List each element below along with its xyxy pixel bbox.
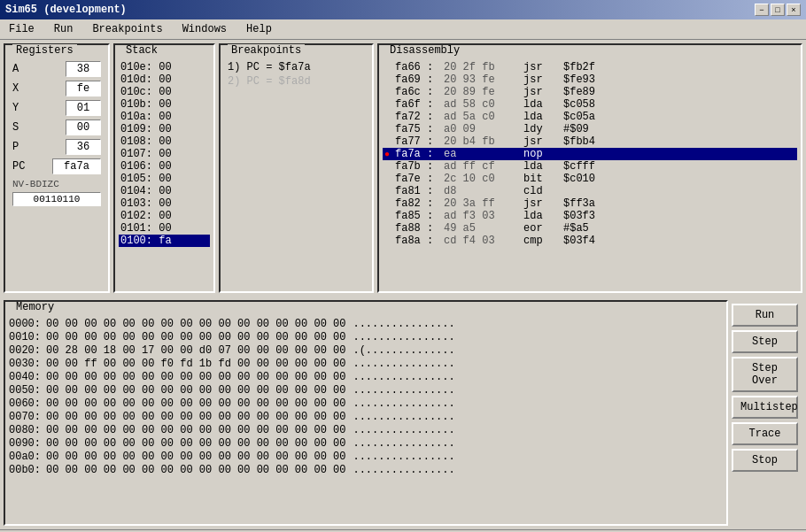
mem-bytes: 00 00 00 00 00 00 00 00 00 00 00 00 00 0… (46, 424, 345, 436)
reg-pc-value: fa7a (52, 158, 101, 174)
registers-panel: Registers A 38 X fe Y 01 S 00 P 36 (4, 43, 110, 293)
stack-label: Stack (122, 44, 161, 57)
disasm-addr: fa6f : (395, 98, 444, 111)
disasm-mnemonic: cmp (523, 235, 563, 247)
disasm-addr: fa69 : (395, 73, 444, 86)
disasm-mnemonic: jsr (523, 61, 563, 73)
maximize-button[interactable]: □ (771, 4, 785, 16)
bottom-area: Memory 0000:00 00 00 00 00 00 00 00 00 0… (0, 297, 806, 529)
breakpoints-label: Breakpoints (228, 44, 305, 57)
buttons-panel: Run Step Step Over Multistep Trace Stop (732, 300, 802, 526)
stack-row: 010c: 00 (119, 86, 210, 98)
memory-content[interactable]: 0000:00 00 00 00 00 00 00 00 00 00 00 00… (9, 318, 723, 520)
disasm-mnemonic: lda (523, 111, 563, 123)
memory-row: 0040:00 00 00 00 00 00 00 00 00 00 00 00… (9, 371, 723, 383)
disasm-bytes: 20 89 fe (444, 86, 523, 98)
disasm-row: fa81 :d8cld (383, 185, 797, 197)
step-over-button[interactable]: Step Over (732, 357, 798, 392)
registers-label: Registers (12, 44, 77, 57)
reg-y-label: Y (12, 102, 34, 114)
register-x: X fe (12, 81, 101, 96)
menu-run[interactable]: Run (49, 21, 79, 37)
disasm-bytes: 20 b4 fb (444, 135, 523, 148)
register-y: Y 01 (12, 100, 101, 116)
disasm-mnemonic: eor (523, 222, 563, 235)
disasm-addr: fa75 : (395, 123, 444, 135)
disasm-addr: fa81 : (395, 185, 444, 197)
mem-bytes: 00 00 00 00 00 00 00 00 00 00 00 00 00 0… (46, 397, 345, 410)
mem-ascii: ................ (353, 371, 454, 383)
breakpoints-list: 1) PC = $fa7a2) PC = $fa8d (228, 61, 365, 88)
mem-addr: 0070: (9, 411, 46, 423)
menu-windows[interactable]: Windows (177, 21, 232, 37)
memory-row: 0080:00 00 00 00 00 00 00 00 00 00 00 00… (9, 424, 723, 436)
close-button[interactable]: × (787, 4, 801, 16)
disasm-bytes: a0 09 (444, 123, 523, 135)
mem-bytes: 00 00 00 00 00 00 00 00 00 00 00 00 00 0… (46, 451, 345, 463)
disasm-row: fa69 :20 93 fejsr$fe93 (383, 73, 797, 86)
mem-addr: 0000: (9, 318, 46, 330)
step-button[interactable]: Step (732, 330, 798, 353)
run-button[interactable]: Run (732, 304, 798, 327)
memory-row: 0000:00 00 00 00 00 00 00 00 00 00 00 00… (9, 318, 723, 330)
mem-bytes: 00 00 00 00 00 00 00 00 00 00 00 00 00 0… (46, 384, 345, 397)
stack-content[interactable]: 010e: 00010d: 00010c: 00010b: 00010a: 00… (119, 61, 210, 288)
menu-breakpoints[interactable]: Breakpoints (87, 21, 167, 37)
mem-ascii: ................ (353, 358, 454, 370)
mem-addr: 0080: (9, 424, 46, 436)
disasm-addr: fa7e : (395, 173, 444, 185)
disasm-row: fa7e :2c 10 c0bit$c010 (383, 173, 797, 185)
disasm-bytes: 2c 10 c0 (444, 173, 523, 185)
mem-bytes: 00 00 00 00 00 00 00 00 00 00 00 00 00 0… (46, 371, 345, 383)
disasm-bytes: 20 93 fe (444, 73, 523, 86)
disasm-operand: $cfff (563, 160, 795, 173)
disasm-operand: $c058 (563, 98, 795, 111)
mem-bytes: 00 00 00 00 00 00 00 00 00 00 00 00 00 0… (46, 318, 345, 330)
disasm-operand: $fe93 (563, 73, 795, 86)
trace-button[interactable]: Trace (732, 422, 798, 445)
mem-addr: 0060: (9, 397, 46, 410)
register-pc: PC fa7a (12, 158, 101, 174)
disasm-mnemonic: jsr (523, 135, 563, 148)
disasm-bytes: cd f4 03 (444, 235, 523, 247)
disasm-row: fa72 :ad 5a c0lda$c05a (383, 111, 797, 123)
disasm-addr: fa77 : (395, 135, 444, 148)
disassembly-content[interactable]: fa66 :20 2f fbjsr$fb2f fa69 :20 93 fejsr… (383, 61, 797, 288)
disasm-operand: #$a5 (563, 222, 795, 235)
mem-addr: 00b0: (9, 464, 46, 476)
disasm-row: fa88 :49 a5eor#$a5 (383, 222, 797, 235)
disasm-mnemonic: jsr (523, 86, 563, 98)
disasm-operand: $c05a (563, 111, 795, 123)
disasm-row: fa6c :20 89 fejsr$fe89 (383, 86, 797, 98)
flags-label: NV-BDIZC (12, 179, 59, 189)
disasm-bullet: ● (384, 150, 395, 159)
multistep-button[interactable]: Multistep (732, 396, 798, 419)
mem-ascii: ................ (353, 331, 454, 343)
reg-p-label: P (12, 141, 34, 153)
mem-addr: 0020: (9, 344, 46, 357)
stack-panel: Stack 010e: 00010d: 00010c: 00010b: 0001… (113, 43, 215, 293)
menu-help[interactable]: Help (241, 21, 277, 37)
minimize-button[interactable]: − (755, 4, 769, 16)
disasm-mnemonic: lda (523, 210, 563, 222)
disasm-addr: fa72 : (395, 111, 444, 123)
stop-button[interactable]: Stop (732, 449, 798, 472)
reg-y-value: 01 (66, 100, 101, 116)
menu-file[interactable]: File (4, 21, 40, 37)
disasm-operand: $ff3a (563, 197, 795, 210)
disasm-mnemonic: jsr (523, 197, 563, 210)
reg-a-value: 38 (66, 61, 101, 77)
memory-row: 00b0:00 00 00 00 00 00 00 00 00 00 00 00… (9, 464, 723, 476)
mem-bytes: 00 28 00 18 00 17 00 00 d0 07 00 00 00 0… (46, 344, 345, 357)
memory-row: 0060:00 00 00 00 00 00 00 00 00 00 00 00… (9, 397, 723, 410)
disasm-operand: $fbb4 (563, 135, 795, 148)
disasm-bytes: ad 58 c0 (444, 98, 523, 111)
mem-ascii: ................ (353, 424, 454, 436)
disasm-bytes: ad ff cf (444, 160, 523, 173)
stack-row: 0107: 00 (119, 148, 210, 160)
mem-addr: 0050: (9, 384, 46, 397)
memory-row: 0050:00 00 00 00 00 00 00 00 00 00 00 00… (9, 384, 723, 397)
disasm-addr: fa8a : (395, 235, 444, 247)
mem-bytes: 00 00 00 00 00 00 00 00 00 00 00 00 00 0… (46, 411, 345, 423)
disasm-operand: $03f4 (563, 235, 795, 247)
